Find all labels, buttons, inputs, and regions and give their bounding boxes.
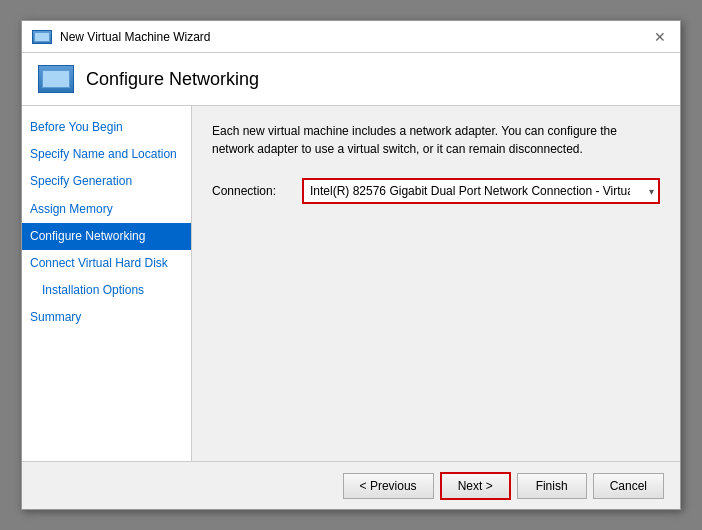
sidebar-item-connect-virtual-hard-disk[interactable]: Connect Virtual Hard Disk [22, 250, 191, 277]
next-button[interactable]: Next > [440, 472, 511, 500]
content-area: Before You BeginSpecify Name and Locatio… [22, 106, 680, 461]
sidebar-item-summary[interactable]: Summary [22, 304, 191, 331]
close-button[interactable]: ✕ [650, 27, 670, 47]
page-title: Configure Networking [86, 69, 259, 90]
connection-label: Connection: [212, 184, 292, 198]
header-icon [38, 65, 74, 93]
cancel-button[interactable]: Cancel [593, 473, 664, 499]
title-bar: New Virtual Machine Wizard ✕ [22, 21, 680, 53]
connection-select-wrapper: Intel(R) 82576 Gigabit Dual Port Network… [302, 178, 660, 204]
description-text: Each new virtual machine includes a netw… [212, 122, 660, 158]
page-header: Configure Networking [22, 53, 680, 106]
window-title: New Virtual Machine Wizard [60, 30, 211, 44]
header-icon-inner [42, 70, 70, 88]
sidebar-item-installation-options[interactable]: Installation Options [22, 277, 191, 304]
main-content: Each new virtual machine includes a netw… [192, 106, 680, 461]
sidebar-item-before-you-begin[interactable]: Before You Begin [22, 114, 191, 141]
sidebar-item-specify-name-location[interactable]: Specify Name and Location [22, 141, 191, 168]
connection-select[interactable]: Intel(R) 82576 Gigabit Dual Port Network… [302, 178, 660, 204]
finish-button[interactable]: Finish [517, 473, 587, 499]
connection-form-row: Connection: Intel(R) 82576 Gigabit Dual … [212, 178, 660, 204]
sidebar: Before You BeginSpecify Name and Locatio… [22, 106, 192, 461]
window-icon [32, 30, 52, 44]
sidebar-item-specify-generation[interactable]: Specify Generation [22, 168, 191, 195]
footer: < Previous Next > Finish Cancel [22, 461, 680, 509]
sidebar-item-assign-memory[interactable]: Assign Memory [22, 196, 191, 223]
wizard-window: New Virtual Machine Wizard ✕ Configure N… [21, 20, 681, 510]
title-bar-left: New Virtual Machine Wizard [32, 30, 211, 44]
previous-button[interactable]: < Previous [343, 473, 434, 499]
sidebar-item-configure-networking[interactable]: Configure Networking [22, 223, 191, 250]
